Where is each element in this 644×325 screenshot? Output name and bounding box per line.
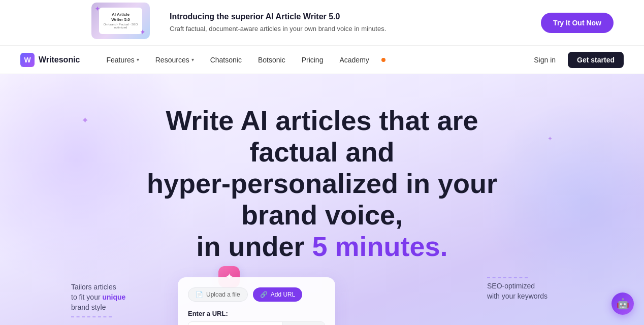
nav-label-features: Features	[107, 56, 135, 64]
ann-text-1: Tailors articles	[71, 283, 116, 291]
banner-card-title: AI ArticleWriter 5.0	[111, 12, 130, 22]
banner-title: Introducing the superior AI Article Writ…	[170, 12, 386, 22]
dashed-line-seo	[487, 277, 528, 278]
url-type-button[interactable]: Exact URL ▾	[282, 322, 325, 325]
nav-item-resources[interactable]: Resources ▾	[149, 53, 200, 67]
nav-item-botsonic[interactable]: Botsonic	[252, 53, 292, 67]
nav-item-academy[interactable]: Academy	[333, 53, 375, 67]
ann-text-2: to fit your	[71, 293, 102, 301]
upload-file-tab[interactable]: 📄 Upload a file	[188, 287, 248, 302]
url-label: Enter a URL:	[188, 310, 325, 317]
sparkle-icon-1: ✦	[81, 115, 89, 126]
chat-icon: 🤖	[617, 298, 629, 310]
url-input[interactable]	[188, 322, 282, 325]
upload-tabs: 📄 Upload a file 🔗 Add URL	[188, 287, 325, 302]
hero-title-line1: Write AI articles that are factual and	[166, 105, 478, 167]
nav-item-features[interactable]: Features ▾	[101, 53, 145, 67]
dashed-line-brand	[71, 316, 112, 317]
hero-section: ✦ ✦ Write AI articles that are factual a…	[0, 74, 644, 325]
ann-text-3: brand style	[71, 303, 106, 311]
hero-title-highlight: 5 minutes.	[312, 231, 447, 262]
star-icon-2: ✦	[140, 28, 146, 36]
banner-cta-button[interactable]: Try It Out Now	[541, 13, 614, 33]
add-url-tab[interactable]: 🔗 Add URL	[253, 287, 303, 302]
banner-card-subtitle: On-brand · Factual · SEO optimized	[102, 23, 139, 29]
star-icon-1: ✦	[94, 5, 101, 13]
nav-label-resources: Resources	[155, 56, 189, 64]
hero-title: Write AI articles that are factual and h…	[119, 105, 525, 262]
hero-visuals: Tailors articles to fit your unique bran…	[0, 272, 644, 325]
get-started-button[interactable]: Get started	[568, 52, 624, 68]
annotation-seo-text: SEO-optimized with your keywords	[487, 281, 548, 301]
hero-title-line2: hyper-personalized in your brand voice,	[147, 168, 497, 230]
annotation-brand-text: Tailors articles to fit your unique bran…	[71, 282, 125, 312]
upload-card: 📄 Upload a file 🔗 Add URL Enter a URL: E…	[178, 277, 335, 325]
annotation-seo: SEO-optimized with your keywords	[487, 277, 548, 301]
file-icon: 📄	[196, 291, 203, 298]
nav-label-botsonic: Botsonic	[258, 56, 285, 64]
url-input-row: Exact URL ▾	[188, 321, 325, 325]
ann-highlight-unique: unique	[102, 293, 125, 301]
nav-actions: Sign in Get started	[528, 52, 624, 68]
banner-left: ✦ AI ArticleWriter 5.0 On-brand · Factua…	[91, 3, 386, 43]
hero-title-line3-prefix: in under	[196, 231, 312, 262]
banner-description: Craft factual, document-aware articles i…	[170, 24, 386, 34]
ann-seo-1: SEO-optimized	[487, 282, 535, 290]
banner-card-inner: AI ArticleWriter 5.0 On-brand · Factual …	[99, 8, 142, 34]
logo-icon-text: W	[24, 56, 30, 64]
sign-in-button[interactable]: Sign in	[528, 53, 562, 67]
sparkle-icon-2: ✦	[548, 135, 553, 142]
nav-label-pricing: Pricing	[302, 56, 324, 64]
chevron-down-icon-resources: ▾	[191, 57, 194, 62]
banner-text: Introducing the superior AI Article Writ…	[170, 12, 386, 34]
nav-item-chatsonic[interactable]: Chatsonic	[204, 53, 248, 67]
annotation-brand-style: Tailors articles to fit your unique bran…	[71, 282, 125, 317]
upload-file-tab-label: Upload a file	[206, 291, 240, 298]
nav-label-academy: Academy	[339, 56, 369, 64]
logo[interactable]: W Writesonic	[20, 53, 80, 67]
ann-seo-2: with your keywords	[487, 292, 548, 300]
nav-item-pricing[interactable]: Pricing	[296, 53, 330, 67]
chat-bubble[interactable]: 🤖	[611, 292, 634, 315]
logo-icon: W	[20, 53, 35, 67]
banner-card: ✦ AI ArticleWriter 5.0 On-brand · Factua…	[91, 3, 150, 39]
logo-text: Writesonic	[39, 55, 80, 64]
banner-illustration: ✦ AI ArticleWriter 5.0 On-brand · Factua…	[91, 3, 157, 43]
nav-links: Features ▾ Resources ▾ Chatsonic Botsoni…	[101, 53, 528, 67]
banner: ✦ AI ArticleWriter 5.0 On-brand · Factua…	[0, 0, 644, 46]
link-icon: 🔗	[260, 291, 268, 298]
hero-content: Write AI articles that are factual and h…	[119, 74, 525, 272]
chevron-down-icon-features: ▾	[137, 57, 139, 62]
navbar: W Writesonic Features ▾ Resources ▾ Chat…	[0, 46, 644, 74]
notification-dot	[381, 58, 385, 62]
nav-label-chatsonic: Chatsonic	[210, 56, 242, 64]
add-url-tab-label: Add URL	[271, 291, 296, 298]
